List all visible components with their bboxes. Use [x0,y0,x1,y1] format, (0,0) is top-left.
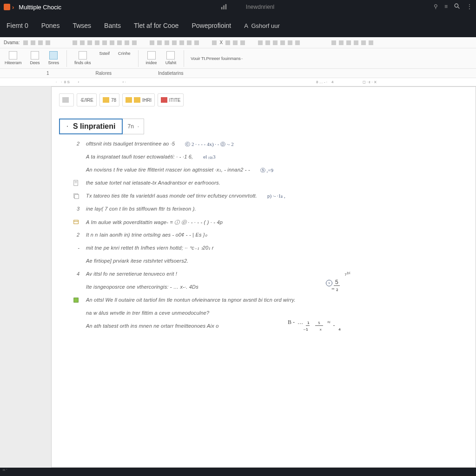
tool-icon[interactable] [331,40,336,45]
section-tab-2[interactable]: 7n· [123,119,144,134]
indent-icon[interactable] [125,40,129,45]
tool-icon[interactable] [23,40,28,45]
window-title: Multtiple Chocic [19,4,61,11]
tool-icon[interactable] [280,40,285,45]
line-text: An novisns t fre value tire ffitterirt r… [86,167,250,173]
content-line: -mit tne pe knri rettet th Infhes viern … [73,245,468,253]
group-indat: Indatietarins [158,71,183,76]
content-line: An ottsl We ll outaire oit tartiof lim t… [73,297,468,305]
line-number: 4 [73,271,79,277]
line-annotation: ⓒ 2 · - - - 4x) · - Ⓞ ·- 2 [185,141,233,148]
tool-icon[interactable] [369,40,373,45]
tool-icon[interactable] [157,40,162,45]
content-line: An ath talsest orth ins mnen ne ortarr f… [73,323,468,331]
tool-icon[interactable] [288,40,292,45]
content-line: 3ine lay( 7 con t lin bs stiffouwn fttr … [73,206,468,214]
indent-icon[interactable] [132,40,137,45]
menu-tletaf[interactable]: Tlet af for Cooe [134,22,179,29]
tool-icon[interactable] [295,40,300,45]
line-number: 3 [73,206,79,212]
tool-icon[interactable] [187,40,192,45]
tool-icon[interactable] [225,40,230,45]
tool-icon[interactable] [339,40,344,45]
tool-icon[interactable] [80,40,85,45]
line-annotation: ⓢ ,=9 [260,167,273,174]
more-icon[interactable]: ⋮ [467,3,472,11]
menu-icon[interactable]: ≡ [444,3,448,11]
svg-rect-2 [225,4,226,9]
rib-btn-hiteeram[interactable]: Hiteeram [4,50,23,66]
tool-icon[interactable] [150,40,154,45]
tool-icon[interactable] [172,40,177,45]
ribbon-row-buttons: Hiteeram Dees Snres finds oks Ssteif Cri… [0,48,476,69]
rib-btn-snres[interactable]: Snres [47,50,60,66]
tool-icon[interactable] [38,40,43,45]
menu-power[interactable]: Poweprofioint [192,22,231,29]
handwriting-eq-bottom: B - … ₁ ₅ ≈ ₋₁ ₓ ₄ [288,319,341,332]
tool-icon[interactable] [346,40,351,45]
svg-rect-10 [74,220,79,224]
tool-icon[interactable] [179,40,184,45]
search-icon[interactable] [454,3,460,11]
tool-icon[interactable] [258,40,263,45]
tool-icon[interactable] [354,40,358,45]
stack-icon [73,193,79,199]
chip-3[interactable]: 78 [99,93,119,106]
svg-line-4 [458,7,459,8]
line-number: 2 [73,141,79,146]
line-text: Av ittsl fo ne serretierue tenuveco erit… [86,271,177,277]
tool-icon[interactable] [31,40,35,45]
tool-icon[interactable] [233,40,238,45]
tool-icon[interactable] [87,40,92,45]
tool-icon[interactable] [46,40,50,45]
align-icon[interactable] [102,40,107,45]
menu-pones[interactable]: Pones [41,22,60,29]
line-text: Ae firtiope] prviark itese rstshrtet vit… [86,258,189,264]
align-icon[interactable] [95,40,99,45]
tool-icon[interactable] [165,40,169,45]
grid-icon[interactable] [240,40,245,45]
page-icon [73,180,79,186]
menu-twses[interactable]: Twses [73,22,91,29]
user-icon[interactable]: ⚲ [434,3,438,11]
section-tab-active[interactable]: · S Iinpratieni [59,119,123,134]
document-page[interactable]: · E/IRE 78 IHRI ITITE · S Iinpratieni 7n… [51,86,476,468]
rib-btn-ssteif[interactable]: Ssteif [99,50,111,57]
tool-icon[interactable] [73,40,77,45]
line-number: 2 [73,232,79,238]
chip-5[interactable]: ITITE [158,93,184,106]
menu-a[interactable]: A Gshorf uur [244,22,280,29]
tool-icon[interactable] [273,40,278,45]
tool-icon[interactable] [194,40,199,45]
rib-btn-inidee[interactable]: inidee [145,50,158,66]
rib-btn-ufahit[interactable]: Ufahit [165,50,178,66]
content-line: na w álus wnvtle in trer fittim a ceve u… [73,310,468,318]
content-line: 2It n n Iain aonlh in) trine ortsilng ae… [73,232,468,240]
svg-rect-12 [74,298,79,303]
ribbon-row-groups: 1 Ralores Indatietarins [0,69,476,78]
rib-btn-finds[interactable]: finds oks [73,50,92,66]
line-annotation: p) ·- ·1₂ , [267,193,285,199]
handwriting-margin-1: s 5 = ₂ ₇¹ᶜ [326,279,340,293]
content-line: Ae firtiope] prviark itese rstshrtet vit… [73,258,468,266]
tool-icon[interactable] [212,40,217,45]
tool-icon[interactable] [361,40,366,45]
section-tabs: · S Iinpratieni 7n· [59,119,468,134]
title-bar: › Multtiple Chocic Inewdnrienl ⚲ ≡ ⋮ [0,0,476,14]
chip-1[interactable] [59,93,74,106]
content-line: A Im aulue witk poverditattin wage- = ⓘ … [73,219,468,227]
chip-4[interactable]: IHRI [122,93,155,106]
line-annotation: el ₍₀₎3 [203,154,215,160]
svg-rect-1 [223,6,225,10]
content-line: Ite isngeoposrce one vthercoringis: - … … [73,284,468,292]
content-line: 4Av ittsl fo ne serretierue tenuveco eri… [73,271,468,279]
tool-icon[interactable] [265,40,270,45]
rib-btn-crinhe[interactable]: Crinhe [117,50,132,57]
chip-2[interactable]: · E/IRE [77,93,97,106]
menu-file[interactable]: Fiemt 0 [7,22,28,29]
indent-icon[interactable] [117,40,122,45]
rib-btn-dees[interactable]: Dees [29,50,41,66]
menu-bants[interactable]: Bants [104,22,121,29]
page-gutter [0,86,51,468]
align-icon[interactable] [110,40,114,45]
